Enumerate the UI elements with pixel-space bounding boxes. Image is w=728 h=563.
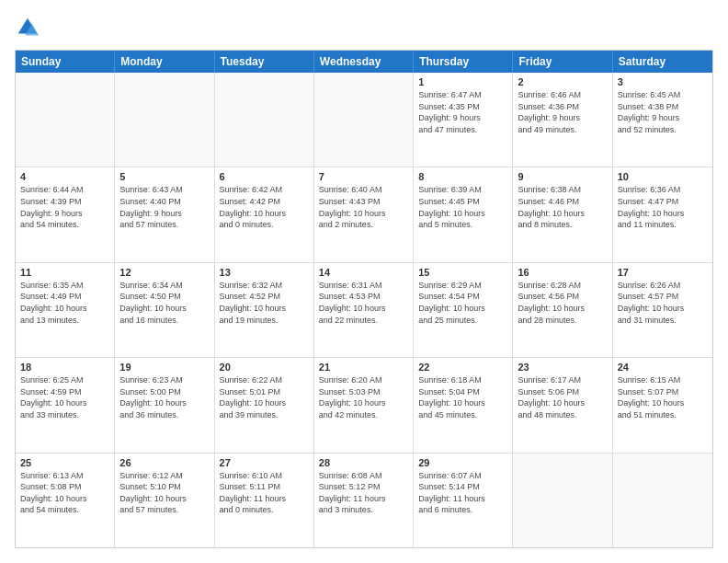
- day-cell-27: 27Sunrise: 6:10 AM Sunset: 5:11 PM Dayli…: [215, 454, 314, 547]
- header-day-friday: Friday: [513, 51, 612, 73]
- day-cell-empty-0-3: [314, 73, 414, 167]
- day-cell-9: 9Sunrise: 6:38 AM Sunset: 4:46 PM Daylig…: [513, 167, 612, 261]
- day-cell-7: 7Sunrise: 6:40 AM Sunset: 4:43 PM Daylig…: [314, 167, 414, 261]
- day-info: Sunrise: 6:36 AM Sunset: 4:47 PM Dayligh…: [618, 184, 708, 230]
- day-number: 4: [20, 171, 109, 182]
- day-cell-empty-0-0: [16, 73, 115, 167]
- day-number: 16: [518, 267, 607, 278]
- day-number: 25: [20, 457, 109, 468]
- day-cell-17: 17Sunrise: 6:26 AM Sunset: 4:57 PM Dayli…: [613, 263, 712, 357]
- day-info: Sunrise: 6:35 AM Sunset: 4:49 PM Dayligh…: [20, 280, 109, 326]
- day-info: Sunrise: 6:39 AM Sunset: 4:45 PM Dayligh…: [418, 184, 507, 230]
- day-cell-5: 5Sunrise: 6:43 AM Sunset: 4:40 PM Daylig…: [115, 167, 214, 261]
- day-info: Sunrise: 6:34 AM Sunset: 4:50 PM Dayligh…: [119, 280, 209, 326]
- day-number: 5: [119, 171, 209, 182]
- day-number: 19: [119, 362, 209, 373]
- header-day-sunday: Sunday: [16, 51, 115, 73]
- day-number: 24: [618, 362, 708, 373]
- day-cell-24: 24Sunrise: 6:15 AM Sunset: 5:07 PM Dayli…: [613, 358, 712, 452]
- day-info: Sunrise: 6:12 AM Sunset: 5:10 PM Dayligh…: [119, 470, 209, 516]
- day-cell-26: 26Sunrise: 6:12 AM Sunset: 5:10 PM Dayli…: [115, 454, 214, 547]
- day-cell-23: 23Sunrise: 6:17 AM Sunset: 5:06 PM Dayli…: [513, 358, 612, 452]
- day-cell-15: 15Sunrise: 6:29 AM Sunset: 4:54 PM Dayli…: [414, 263, 513, 357]
- day-number: 13: [220, 267, 309, 278]
- day-info: Sunrise: 6:42 AM Sunset: 4:42 PM Dayligh…: [220, 184, 309, 230]
- day-info: Sunrise: 6:47 AM Sunset: 4:35 PM Dayligh…: [418, 89, 507, 135]
- day-info: Sunrise: 6:08 AM Sunset: 5:12 PM Dayligh…: [319, 470, 408, 516]
- calendar-row-2: 11Sunrise: 6:35 AM Sunset: 4:49 PM Dayli…: [16, 263, 712, 358]
- day-cell-21: 21Sunrise: 6:20 AM Sunset: 5:03 PM Dayli…: [314, 358, 414, 452]
- day-number: 27: [220, 457, 309, 468]
- day-number: 14: [319, 267, 408, 278]
- calendar-row-1: 4Sunrise: 6:44 AM Sunset: 4:39 PM Daylig…: [16, 167, 712, 262]
- header-day-thursday: Thursday: [414, 51, 513, 73]
- day-number: 23: [518, 362, 607, 373]
- day-info: Sunrise: 6:15 AM Sunset: 5:07 PM Dayligh…: [618, 374, 708, 420]
- day-info: Sunrise: 6:31 AM Sunset: 4:53 PM Dayligh…: [319, 280, 408, 326]
- day-info: Sunrise: 6:22 AM Sunset: 5:01 PM Dayligh…: [220, 374, 309, 420]
- calendar-row-0: 1Sunrise: 6:47 AM Sunset: 4:35 PM Daylig…: [16, 73, 712, 167]
- day-number: 15: [418, 267, 507, 278]
- calendar-header: SundayMondayTuesdayWednesdayThursdayFrid…: [16, 51, 712, 73]
- day-info: Sunrise: 6:07 AM Sunset: 5:14 PM Dayligh…: [418, 470, 507, 516]
- day-cell-14: 14Sunrise: 6:31 AM Sunset: 4:53 PM Dayli…: [314, 263, 414, 357]
- day-info: Sunrise: 6:18 AM Sunset: 5:04 PM Dayligh…: [418, 374, 507, 420]
- day-info: Sunrise: 6:10 AM Sunset: 5:11 PM Dayligh…: [220, 470, 309, 516]
- day-number: 20: [220, 362, 309, 373]
- day-cell-28: 28Sunrise: 6:08 AM Sunset: 5:12 PM Dayli…: [314, 454, 414, 547]
- day-info: Sunrise: 6:26 AM Sunset: 4:57 PM Dayligh…: [618, 280, 708, 326]
- calendar: SundayMondayTuesdayWednesdayThursdayFrid…: [15, 50, 713, 548]
- day-number: 17: [618, 267, 708, 278]
- day-cell-20: 20Sunrise: 6:22 AM Sunset: 5:01 PM Dayli…: [215, 358, 314, 452]
- day-info: Sunrise: 6:38 AM Sunset: 4:46 PM Dayligh…: [518, 184, 607, 230]
- day-cell-11: 11Sunrise: 6:35 AM Sunset: 4:49 PM Dayli…: [16, 263, 115, 357]
- day-cell-16: 16Sunrise: 6:28 AM Sunset: 4:56 PM Dayli…: [513, 263, 612, 357]
- day-number: 6: [220, 171, 309, 182]
- day-info: Sunrise: 6:13 AM Sunset: 5:08 PM Dayligh…: [20, 470, 109, 516]
- day-number: 10: [618, 171, 708, 182]
- day-info: Sunrise: 6:20 AM Sunset: 5:03 PM Dayligh…: [319, 374, 408, 420]
- day-info: Sunrise: 6:40 AM Sunset: 4:43 PM Dayligh…: [319, 184, 408, 230]
- day-info: Sunrise: 6:17 AM Sunset: 5:06 PM Dayligh…: [518, 374, 607, 420]
- day-number: 28: [319, 457, 408, 468]
- logo: [15, 15, 44, 40]
- day-cell-22: 22Sunrise: 6:18 AM Sunset: 5:04 PM Dayli…: [414, 358, 513, 452]
- day-number: 18: [20, 362, 109, 373]
- day-cell-1: 1Sunrise: 6:47 AM Sunset: 4:35 PM Daylig…: [414, 73, 513, 167]
- day-info: Sunrise: 6:28 AM Sunset: 4:56 PM Dayligh…: [518, 280, 607, 326]
- day-cell-29: 29Sunrise: 6:07 AM Sunset: 5:14 PM Dayli…: [414, 454, 513, 547]
- day-cell-3: 3Sunrise: 6:45 AM Sunset: 4:38 PM Daylig…: [613, 73, 712, 167]
- day-cell-19: 19Sunrise: 6:23 AM Sunset: 5:00 PM Dayli…: [115, 358, 214, 452]
- day-number: 21: [319, 362, 408, 373]
- header-day-saturday: Saturday: [613, 51, 712, 73]
- day-cell-4: 4Sunrise: 6:44 AM Sunset: 4:39 PM Daylig…: [16, 167, 115, 261]
- header-day-wednesday: Wednesday: [314, 51, 414, 73]
- day-number: 7: [319, 171, 408, 182]
- day-number: 26: [119, 457, 209, 468]
- day-number: 29: [418, 457, 507, 468]
- day-cell-13: 13Sunrise: 6:32 AM Sunset: 4:52 PM Dayli…: [215, 263, 314, 357]
- day-number: 1: [418, 76, 507, 87]
- day-number: 22: [418, 362, 507, 373]
- day-number: 9: [518, 171, 607, 182]
- header-day-tuesday: Tuesday: [215, 51, 314, 73]
- day-cell-8: 8Sunrise: 6:39 AM Sunset: 4:45 PM Daylig…: [414, 167, 513, 261]
- day-cell-18: 18Sunrise: 6:25 AM Sunset: 4:59 PM Dayli…: [16, 358, 115, 452]
- calendar-row-3: 18Sunrise: 6:25 AM Sunset: 4:59 PM Dayli…: [16, 358, 712, 453]
- day-number: 11: [20, 267, 109, 278]
- calendar-row-4: 25Sunrise: 6:13 AM Sunset: 5:08 PM Dayli…: [16, 454, 712, 547]
- day-info: Sunrise: 6:32 AM Sunset: 4:52 PM Dayligh…: [220, 280, 309, 326]
- day-cell-empty-0-1: [115, 73, 214, 167]
- day-number: 3: [618, 76, 708, 87]
- page: SundayMondayTuesdayWednesdayThursdayFrid…: [0, 0, 728, 563]
- day-info: Sunrise: 6:23 AM Sunset: 5:00 PM Dayligh…: [119, 374, 209, 420]
- logo-icon: [15, 15, 40, 40]
- day-info: Sunrise: 6:45 AM Sunset: 4:38 PM Dayligh…: [618, 89, 708, 135]
- day-number: 8: [418, 171, 507, 182]
- day-cell-10: 10Sunrise: 6:36 AM Sunset: 4:47 PM Dayli…: [613, 167, 712, 261]
- header: [15, 15, 713, 40]
- day-cell-empty-0-2: [215, 73, 314, 167]
- day-info: Sunrise: 6:25 AM Sunset: 4:59 PM Dayligh…: [20, 374, 109, 420]
- day-cell-25: 25Sunrise: 6:13 AM Sunset: 5:08 PM Dayli…: [16, 454, 115, 547]
- day-cell-empty-4-6: [613, 454, 712, 547]
